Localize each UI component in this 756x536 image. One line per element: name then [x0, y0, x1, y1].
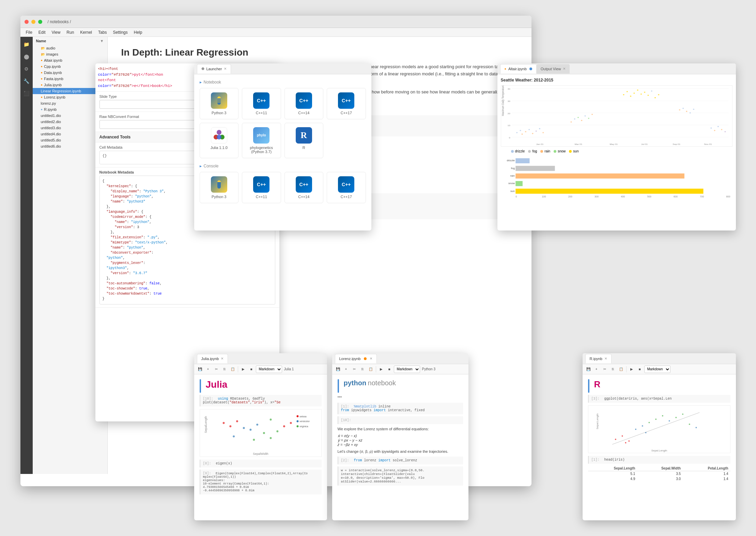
- svg-text:Jan 01: Jan 01: [536, 143, 543, 145]
- julia-stop-btn[interactable]: ■: [248, 366, 255, 373]
- svg-point-104: [296, 420, 298, 422]
- svg-text:400: 400: [621, 196, 625, 198]
- svg-point-57: [686, 111, 687, 112]
- menu-help[interactable]: Help: [131, 29, 145, 35]
- svg-point-95: [269, 419, 272, 421]
- menu-file[interactable]: File: [23, 29, 35, 35]
- launcher-phylo[interactable]: phylo phylogenetics (Python 3.7): [242, 123, 281, 158]
- svg-rect-3: [217, 98, 221, 103]
- svg-point-106: [296, 425, 298, 427]
- menu-kernel[interactable]: Kernel: [77, 29, 95, 35]
- minimize-btn[interactable]: [31, 20, 35, 24]
- lorenz-import[interactable]: [2]: from lorenz import solve_lorenz: [338, 457, 463, 464]
- r-copy-btn[interactable]: ⎘: [609, 366, 617, 373]
- launcher-tab-bar: ⊕ Launcher ✕: [194, 63, 371, 74]
- julia-save-btn[interactable]: 💾: [196, 366, 204, 373]
- svg-point-89: [229, 425, 231, 427]
- svg-point-123: [689, 423, 690, 425]
- launcher-cpp17[interactable]: C++ C++17: [327, 88, 366, 119]
- julia-tab-close[interactable]: ✕: [221, 357, 223, 360]
- lorenz-tab-close[interactable]: ✕: [370, 357, 372, 360]
- launcher-julia[interactable]: Julia 1.1.0: [200, 123, 239, 158]
- r-add-btn[interactable]: +: [593, 366, 600, 373]
- svg-text:SepalLength: SepalLength: [204, 416, 207, 433]
- svg-point-97: [283, 425, 285, 427]
- julia-cell2[interactable]: [8]: eigen(x): [200, 460, 322, 467]
- lorenz-run-btn[interactable]: ▶: [377, 366, 385, 373]
- r-cut-btn[interactable]: ✂: [601, 366, 608, 373]
- folder-icon: 📂: [41, 53, 45, 56]
- svg-point-112: [628, 441, 630, 442]
- r-tab-close[interactable]: ✕: [604, 357, 607, 360]
- svg-rect-74: [515, 181, 523, 186]
- folder-icon-btn[interactable]: 📁: [22, 40, 31, 49]
- julia-tab[interactable]: Julia.ipynb ✕: [197, 354, 228, 363]
- sidebar-item-altair[interactable]: ● Altair.ipynb: [33, 57, 107, 63]
- menu-run[interactable]: Run: [64, 29, 77, 35]
- svg-point-42: [588, 118, 589, 119]
- lorenz-save-btn[interactable]: 💾: [334, 366, 342, 373]
- menu-view[interactable]: View: [49, 29, 63, 35]
- julia-cell1[interactable]: [10]: using RDatasets, Gadfly plot(datas…: [200, 395, 322, 406]
- svg-text:Jul 01: Jul 01: [641, 143, 647, 145]
- lorenz-add-btn[interactable]: +: [342, 366, 350, 373]
- svg-point-44: [623, 94, 624, 95]
- lorenz-interactive[interactable]: w = interactive(solve_lorenz,sigma=(0.0,…: [338, 466, 463, 486]
- sidebar-item-audio[interactable]: 📂 audio: [33, 45, 107, 51]
- output-view-tab[interactable]: Output View ✕: [537, 64, 570, 74]
- r-iris-table: Sepal.Length Sepal.Width Petal.Length 5.…: [588, 466, 730, 481]
- launcher-r[interactable]: R R: [284, 123, 324, 158]
- menu-tabs[interactable]: Tabs: [95, 29, 109, 35]
- lorenz-cell-type[interactable]: Markdown: [394, 366, 420, 373]
- launcher-console-cpp14[interactable]: C++ C++14: [284, 172, 324, 203]
- launcher-python3[interactable]: Python 3: [200, 88, 239, 119]
- julia-cell-type[interactable]: Markdown: [256, 366, 282, 373]
- menu-settings[interactable]: Settings: [110, 29, 130, 35]
- lorenz-cut-btn[interactable]: ✂: [351, 366, 358, 373]
- lorenz-copy-btn[interactable]: ⎘: [359, 366, 366, 373]
- julia-add-btn[interactable]: +: [204, 366, 212, 373]
- lorenz-stop-btn[interactable]: ■: [386, 366, 393, 373]
- lorenz-cell1[interactable]: [1]: %matplotlib inline from ipywidgets …: [338, 403, 463, 414]
- r-stop-btn[interactable]: ■: [636, 366, 644, 373]
- r-cell1[interactable]: [3]: ggplot(data=iris, aes(x=Sepal.Len: [588, 395, 730, 403]
- launcher-console-python3[interactable]: Python 3: [200, 172, 239, 203]
- launcher-tab[interactable]: ⊕ Launcher ✕: [197, 64, 231, 74]
- bar-chart: drizzle fog rain snow sun 0 100 200 300: [501, 154, 732, 199]
- svg-rect-71: [515, 158, 529, 163]
- puzzle-icon-btn[interactable]: ⬛: [22, 89, 31, 98]
- circle-icon-btn[interactable]: ⬤: [22, 52, 31, 61]
- launcher-console-cpp17[interactable]: C++ C++17: [327, 172, 366, 203]
- output-close-icon[interactable]: ✕: [563, 67, 566, 71]
- lorenz-tab[interactable]: Lorenz.ipynb ✕: [335, 354, 377, 363]
- gear-icon-btn[interactable]: ⚙: [22, 64, 31, 74]
- julia-paste-btn[interactable]: 📋: [229, 366, 236, 373]
- launcher-cpp11[interactable]: C++ C++11: [242, 88, 281, 119]
- svg-text:200: 200: [568, 196, 572, 198]
- julia-cut-btn[interactable]: ✂: [213, 366, 220, 373]
- r-run-btn[interactable]: ▶: [628, 366, 635, 373]
- julia-run-btn[interactable]: ▶: [240, 366, 247, 373]
- lorenz-paste-btn[interactable]: 📋: [367, 366, 374, 373]
- r-cell-type[interactable]: Markdown: [644, 366, 670, 373]
- r-paste-btn[interactable]: 📋: [617, 366, 625, 373]
- tools-icon-btn[interactable]: 🔧: [22, 76, 31, 86]
- lorenz-modified-dot: [364, 357, 367, 360]
- maximize-btn[interactable]: [38, 20, 42, 24]
- altair-tab[interactable]: ● Altair.ipynb: [500, 64, 537, 74]
- close-btn[interactable]: [25, 20, 29, 24]
- r-tab[interactable]: R.ipynb ✕: [585, 354, 612, 363]
- svg-point-102: [296, 415, 298, 417]
- lorenz-cell2[interactable]: [10]:: [338, 416, 463, 424]
- julia-copy-btn[interactable]: ⎘: [221, 366, 228, 373]
- svg-text:May 01: May 01: [610, 143, 618, 146]
- svg-point-100: [269, 437, 272, 439]
- svg-point-110: [615, 439, 616, 440]
- r-save-btn[interactable]: 💾: [585, 366, 592, 373]
- launcher-console-cpp11[interactable]: C++ C++11: [242, 172, 281, 203]
- sidebar-item-images[interactable]: 📂 images: [33, 51, 107, 57]
- launcher-tab-close[interactable]: ✕: [224, 67, 227, 71]
- r-head-cell[interactable]: [1]: head(iris): [588, 456, 730, 464]
- menu-edit[interactable]: Edit: [36, 29, 48, 35]
- launcher-cpp14[interactable]: C++ C++14: [284, 88, 324, 119]
